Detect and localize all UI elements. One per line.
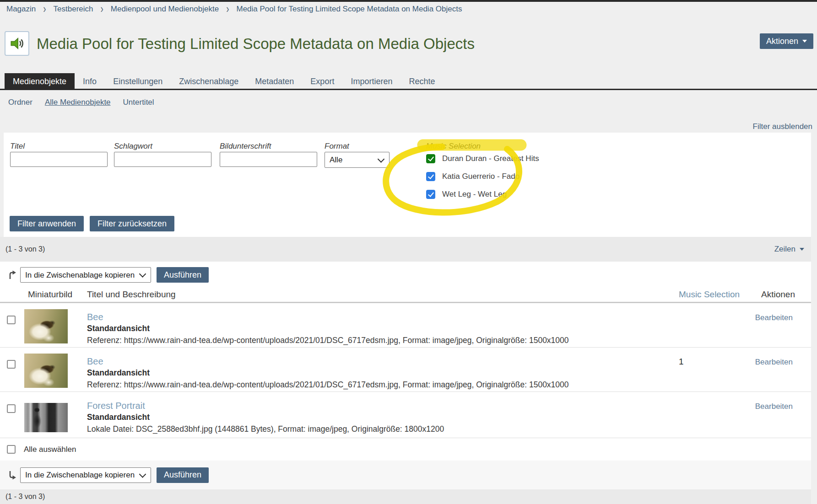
result-count-bottom: (1 - 3 von 3) <box>5 489 45 504</box>
media-details: Referenz: https://www.rain-and-tea.de/wp… <box>87 336 569 345</box>
format-select-wrap: Alle <box>325 152 390 168</box>
breadcrumb-item-testbereich[interactable]: Testbereich <box>54 5 93 14</box>
table-row: Bee Standardansicht Referenz: https://ww… <box>0 303 811 348</box>
reset-filter-button[interactable]: Filter zurücksetzen <box>90 216 174 231</box>
select-all-row: Alle auswählen <box>0 438 811 461</box>
media-pool-type-icon-box <box>5 31 29 56</box>
music-selection-label: Music Selection <box>426 142 481 151</box>
subnav-alle-medienobjekte[interactable]: Alle Medienobjekte <box>45 97 111 108</box>
speaker-icon <box>9 35 25 52</box>
table-header: Miniaturbild Titel und Beschreibung Musi… <box>0 288 811 303</box>
music-option-row: Katia Guerrerio - Fado <box>426 172 519 181</box>
rows-menu-label: Zeilen <box>774 245 795 254</box>
column-header-aktionen: Aktionen <box>761 290 795 300</box>
thumbnail-forest-portrait[interactable] <box>24 403 68 432</box>
tab-info[interactable]: Info <box>75 73 105 89</box>
filter-label-bildunterschrift: Bildunterschrift <box>220 142 271 151</box>
schlagwort-input[interactable] <box>114 152 211 167</box>
page-title: Media Pool for Testing Limited Scope Met… <box>37 34 475 54</box>
column-header-music-selection[interactable]: Music Selection <box>679 290 740 300</box>
media-title-link[interactable]: Bee <box>87 356 103 367</box>
sub-navigation: Ordner Alle Medienobjekte Untertitel <box>8 97 154 108</box>
top-border <box>0 0 817 2</box>
breadcrumb: Magazin › Testbereich › Medienpool und M… <box>6 3 462 16</box>
filter-panel: Titel Schlagwort Bildunterschrift Format… <box>4 133 811 237</box>
actions-button[interactable]: Aktionen <box>760 33 813 49</box>
checkbox-katia-guerrerio[interactable] <box>426 172 435 181</box>
edit-link[interactable]: Bearbeiten <box>755 402 793 411</box>
tab-bar: Medienobjekte Info Einstellungen Zwische… <box>0 73 817 90</box>
bulk-action-select-bottom[interactable]: In die Zwischenablage kopieren <box>20 467 151 483</box>
media-view-label: Standardansicht <box>87 368 150 377</box>
apply-filter-button[interactable]: Filter anwenden <box>10 216 84 231</box>
media-details: Lokale Datei: DSC_2588ed3bhf.jpg (144886… <box>87 424 444 434</box>
bulk-action-select-top[interactable]: In die Zwischenablage kopieren <box>20 267 151 283</box>
edit-link[interactable]: Bearbeiten <box>755 313 793 322</box>
format-select[interactable]: Alle <box>325 152 390 168</box>
select-all-checkbox[interactable] <box>7 445 16 454</box>
music-option-row: Duran Duran - Greatest Hits <box>426 154 539 163</box>
subnav-ordner[interactable]: Ordner <box>8 97 32 108</box>
thumbnail-bee[interactable] <box>24 309 68 343</box>
music-option-label: Wet Leg - Wet Leg <box>442 190 507 199</box>
breadcrumb-item-medienpool[interactable]: Medienpool und Medienobjekte <box>111 5 219 14</box>
bulk-action-row-top: In die Zwischenablage kopieren Ausführen <box>0 262 811 288</box>
filter-label-format: Format <box>325 142 349 151</box>
tab-einstellungen[interactable]: Einstellungen <box>105 73 171 89</box>
apply-down-arrow-icon <box>6 469 18 481</box>
media-pool-page: Magazin › Testbereich › Medienpool und M… <box>0 0 817 504</box>
titel-input[interactable] <box>10 152 108 167</box>
music-option-label: Katia Guerrerio - Fado <box>442 172 519 181</box>
tab-export[interactable]: Export <box>302 73 342 89</box>
edit-link[interactable]: Bearbeiten <box>755 358 793 367</box>
checkbox-duran-duran[interactable] <box>426 154 435 163</box>
table-row: Forest Portrait Standardansicht Lokale D… <box>0 391 811 438</box>
media-view-label: Standardansicht <box>87 324 150 333</box>
media-view-label: Standardansicht <box>87 413 150 422</box>
column-header-titel-und-beschreibung: Titel und Beschreibung <box>87 290 176 300</box>
select-all-label: Alle auswählen <box>24 438 76 461</box>
media-title-link[interactable]: Bee <box>87 311 103 322</box>
thumbnail-bee[interactable] <box>24 354 68 388</box>
bulk-select-wrap-bottom: In die Zwischenablage kopieren <box>20 467 151 483</box>
filter-label-titel: Titel <box>10 142 25 151</box>
music-selection-value: 1 <box>679 357 684 367</box>
checkbox-wet-leg[interactable] <box>426 190 435 199</box>
media-details: Referenz: https://www.rain-and-tea.de/wp… <box>87 380 569 389</box>
bulk-action-row-bottom: In die Zwischenablage kopieren Ausführen <box>0 461 811 489</box>
breadcrumb-item-magazin[interactable]: Magazin <box>6 5 36 14</box>
breadcrumb-item-current: Media Pool for Testing Limited Scope Met… <box>236 5 462 14</box>
row-checkbox[interactable] <box>7 404 16 413</box>
subnav-untertitel[interactable]: Untertitel <box>123 97 154 108</box>
chevron-down-icon <box>800 248 804 251</box>
tab-rechte[interactable]: Rechte <box>400 73 443 89</box>
result-count-bar-top: (1 - 3 von 3) Zeilen <box>0 237 811 262</box>
bildunterschrift-input[interactable] <box>220 152 317 167</box>
column-header-miniaturbild: Miniaturbild <box>28 290 72 300</box>
apply-up-arrow-icon <box>6 269 18 281</box>
bulk-select-wrap-top: In die Zwischenablage kopieren <box>20 267 151 283</box>
result-count-top: (1 - 3 von 3) <box>5 237 45 262</box>
chevron-right-icon: › <box>101 2 103 16</box>
actions-button-label: Aktionen <box>766 37 798 46</box>
tab-metadaten[interactable]: Metadaten <box>247 73 302 89</box>
row-checkbox[interactable] <box>7 316 16 324</box>
tab-zwischenablage[interactable]: Zwischenablage <box>171 73 247 89</box>
execute-button-top[interactable]: Ausführen <box>157 267 209 283</box>
filter-buttons: Filter anwenden Filter zurücksetzen <box>10 216 174 231</box>
chevron-down-icon <box>802 40 807 43</box>
music-option-label: Duran Duran - Greatest Hits <box>442 154 539 163</box>
result-count-bar-bottom: (1 - 3 von 3) <box>0 489 811 504</box>
table-row: Bee Standardansicht Referenz: https://ww… <box>0 347 811 392</box>
hide-filter-link[interactable]: Filter ausblenden <box>753 122 812 131</box>
chevron-right-icon: › <box>226 2 229 16</box>
tab-medienobjekte[interactable]: Medienobjekte <box>5 73 75 89</box>
filter-label-schlagwort: Schlagwort <box>114 142 152 151</box>
rows-menu[interactable]: Zeilen <box>774 237 804 262</box>
media-title-link[interactable]: Forest Portrait <box>87 400 145 411</box>
chevron-right-icon: › <box>43 2 46 16</box>
tab-importieren[interactable]: Importieren <box>342 73 400 89</box>
row-checkbox[interactable] <box>7 360 16 369</box>
execute-button-bottom[interactable]: Ausführen <box>157 467 209 483</box>
music-option-row: Wet Leg - Wet Leg <box>426 190 507 199</box>
